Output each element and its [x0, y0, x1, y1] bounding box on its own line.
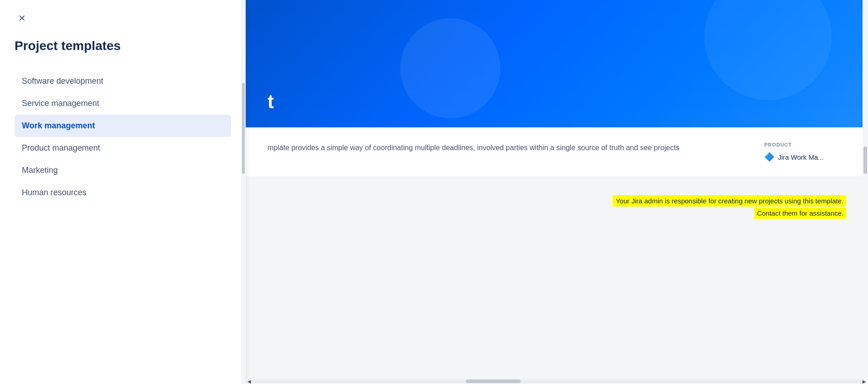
- product-name: 🔷 Jira Work Ma...: [764, 152, 846, 162]
- notification-line1: Your Jira admin is responsible for creat…: [613, 195, 846, 207]
- sidebar-title: Project templates: [15, 38, 231, 54]
- product-label: PRODUCT: [764, 142, 846, 147]
- description-area: mplate provides a simple way of coordina…: [246, 127, 868, 177]
- sidebar-item-service-management[interactable]: Service management: [15, 92, 231, 115]
- bottom-scrollbar[interactable]: ◀ ▶: [246, 379, 868, 384]
- close-button[interactable]: ✕: [15, 11, 29, 25]
- content-area: t mplate provides a simple way of coordi…: [246, 0, 868, 384]
- right-scrollbar[interactable]: [863, 0, 868, 379]
- sidebar-item-marketing[interactable]: Marketing: [15, 159, 231, 182]
- sidebar-item-software-development[interactable]: Software development: [15, 70, 231, 92]
- bottom-scroll-track[interactable]: [253, 379, 861, 383]
- jira-icon: 🔷: [764, 152, 774, 162]
- template-banner: t: [246, 0, 868, 127]
- sidebar-scrollbar-thumb: [242, 83, 245, 174]
- notification-line2: Contact them for assistance.: [754, 207, 846, 219]
- sidebar-item-human-resources[interactable]: Human resources: [15, 182, 231, 204]
- scroll-right-arrow[interactable]: ▶: [861, 379, 868, 384]
- sidebar-item-product-management[interactable]: Product management: [15, 137, 231, 159]
- product-section: PRODUCT 🔷 Jira Work Ma...: [764, 142, 846, 162]
- right-scrollbar-thumb: [863, 147, 867, 174]
- sidebar-item-work-management[interactable]: Work management: [15, 115, 231, 137]
- scroll-left-arrow[interactable]: ◀: [246, 379, 253, 384]
- bottom-scroll-thumb: [466, 379, 520, 383]
- sidebar: ✕ Project templates Software development…: [0, 0, 246, 384]
- sidebar-scrollbar[interactable]: [241, 0, 246, 384]
- banner-title: t: [267, 91, 274, 113]
- notification-area: Your Jira admin is responsible for creat…: [246, 177, 868, 238]
- nav-list: Software development Service management …: [15, 70, 231, 204]
- product-name-text: Jira Work Ma...: [778, 153, 824, 161]
- description-text: mplate provides a simple way of coordina…: [267, 142, 742, 154]
